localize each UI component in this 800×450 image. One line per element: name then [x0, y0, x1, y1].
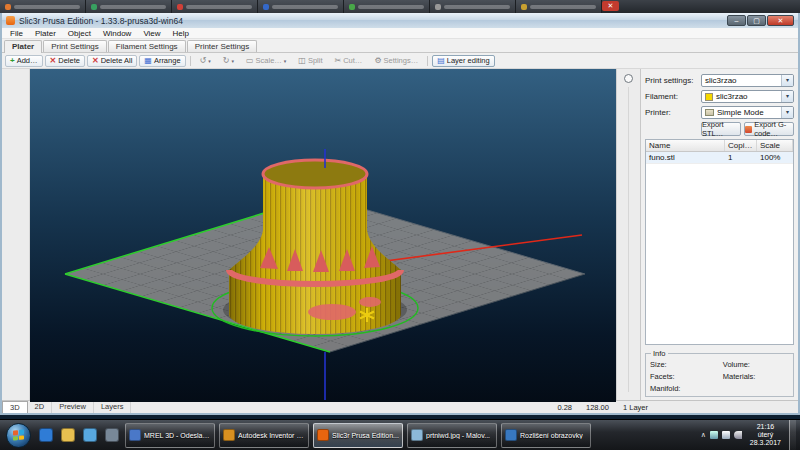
rotate-ccw-button[interactable]: ↺ ▾ [195, 55, 216, 67]
menu-help[interactable]: Help [167, 29, 195, 38]
layer-status: 0.28 128.00 1 Layer [557, 403, 798, 412]
settings-label: Settings… [384, 56, 419, 65]
layer-slider-knob[interactable] [624, 74, 633, 83]
dropdown-icon: ▾ [284, 58, 287, 64]
view-tab-2d[interactable]: 2D [28, 401, 53, 413]
filament-label: Filament: [645, 92, 701, 101]
taskbar-button-paint[interactable]: prtniwd.jpg - Malov... [407, 423, 497, 448]
background-tab[interactable] [258, 0, 344, 13]
export-gcode-button[interactable]: Export G-code… [744, 122, 794, 136]
volume-icon[interactable] [734, 431, 742, 439]
clock-time: 21:16 [750, 423, 781, 431]
tab-filament-settings[interactable]: Filament Settings [108, 40, 186, 52]
settings-button[interactable]: ⚙ Settings… [369, 55, 423, 67]
chevron-down-icon: ▾ [781, 75, 793, 86]
view-tab-layers[interactable]: Layers [94, 401, 132, 413]
export-stl-button[interactable]: Export STL… [701, 122, 741, 136]
taskbar-button-slic3r[interactable]: Slic3r Prusa Edition... [313, 423, 403, 448]
settings-gear-icon: ⚙ [374, 57, 381, 65]
quicklaunch-internet-explorer-icon[interactable] [36, 423, 56, 447]
tab-title-placeholder [444, 5, 510, 9]
info-title: Info [651, 349, 668, 358]
print-settings-combo[interactable]: slic3rzao ▾ [701, 74, 794, 87]
taskbar-button-label: Slic3r Prusa Edition... [332, 432, 399, 439]
background-tab[interactable] [430, 0, 516, 13]
layer-slider-track[interactable] [628, 87, 629, 392]
background-tab[interactable] [0, 0, 86, 13]
scale-button[interactable]: ▭ Scale… ▾ [241, 55, 291, 67]
background-tab[interactable] [172, 0, 258, 13]
show-desktop-button[interactable] [789, 420, 796, 450]
taskbar-button-label: Rozlišení obrazovky [520, 432, 583, 439]
printer-combo[interactable]: Simple Mode ▾ [701, 106, 794, 119]
background-tab[interactable] [86, 0, 172, 13]
table-header: Name Copi… Scale [646, 140, 793, 152]
delete-all-label: Delete All [101, 56, 133, 65]
tab-printer-settings[interactable]: Printer Settings [187, 40, 258, 52]
table-row[interactable]: funo.stl 1 100% [646, 152, 793, 164]
object-name-cell: funo.stl [646, 152, 725, 163]
close-button[interactable]: ✕ [767, 15, 794, 26]
network-icon[interactable] [722, 431, 730, 439]
menu-window[interactable]: Window [97, 29, 137, 38]
split-button[interactable]: ◫ Split [293, 55, 327, 67]
column-copies[interactable]: Copi… [725, 140, 757, 151]
taskbar-clock[interactable]: 21:16 úterý 28.3.2017 [746, 423, 785, 447]
tab-print-settings[interactable]: Print Settings [43, 40, 107, 52]
title-bar[interactable]: Slic3r Prusa Edition - 1.33.8-prusa3d-wi… [2, 13, 798, 28]
action-center-icon[interactable] [710, 431, 718, 439]
layer-editing-button[interactable]: ▤ Layer editing [432, 55, 495, 67]
hidden-icons-chevron-icon[interactable]: ∧ [701, 431, 706, 439]
tab-plater[interactable]: Plater [4, 40, 42, 53]
view-tab-3d[interactable]: 3D [2, 401, 28, 413]
delete-all-button[interactable]: ✕ Delete All [87, 55, 137, 67]
taskbar-button-inventor[interactable]: Autodesk Inventor Pr... [219, 423, 309, 448]
add-button[interactable]: + Add… [5, 55, 43, 67]
quicklaunch-app-icon[interactable] [102, 423, 122, 447]
arrange-label: Arrange [154, 56, 181, 65]
filament-combo[interactable]: slic3rzao ▾ [701, 90, 794, 103]
3d-viewport[interactable] [30, 69, 616, 400]
background-tab[interactable] [344, 0, 430, 13]
tab-favicon-icon [263, 4, 269, 10]
delete-button[interactable]: ✕ Delete [45, 55, 85, 67]
taskbar-button-mrel[interactable]: MREL 3D - Odeslat o... [125, 423, 215, 448]
cut-button[interactable]: ✂ Cut… [330, 55, 368, 67]
paint-icon [411, 429, 423, 441]
info-size-label: Size: [650, 360, 723, 369]
menu-object[interactable]: Object [62, 29, 97, 38]
windows-flag-icon [13, 429, 24, 440]
app-icon [105, 428, 119, 442]
menu-view[interactable]: View [137, 29, 166, 38]
maximize-button[interactable]: ▢ [747, 15, 766, 26]
layer-min-value: 0.28 [557, 403, 572, 412]
layer-editing-icon: ▤ [437, 57, 445, 65]
split-label: Split [308, 56, 323, 65]
windows-taskbar: MREL 3D - Odeslat o... Autodesk Inventor… [0, 419, 800, 450]
object-list-table[interactable]: Name Copi… Scale funo.stl 1 100% [645, 139, 794, 345]
column-scale[interactable]: Scale [757, 140, 793, 151]
background-tab[interactable] [516, 0, 602, 13]
menu-file[interactable]: File [4, 29, 29, 38]
taskbar-button-label: prtniwd.jpg - Malov... [426, 432, 490, 439]
column-name[interactable]: Name [646, 140, 725, 151]
rotate-cw-button[interactable]: ↻ ▾ [218, 55, 239, 67]
printer-label: Printer: [645, 108, 701, 117]
object-copies-cell: 1 [725, 152, 757, 163]
gcode-icon [745, 126, 752, 133]
tab-favicon-icon [177, 4, 183, 10]
start-button[interactable] [6, 423, 31, 448]
quicklaunch-media-player-icon[interactable] [80, 423, 100, 447]
minimize-button[interactable]: – [727, 15, 746, 26]
arrange-button[interactable]: ▦ Arrange [139, 55, 185, 67]
menu-plater[interactable]: Plater [29, 29, 62, 38]
window-title: Slic3r Prusa Edition - 1.33.8-prusa3d-wi… [19, 16, 183, 26]
view-tab-preview[interactable]: Preview [52, 401, 94, 413]
taskbar-button-display-settings[interactable]: Rozlišení obrazovky [501, 423, 591, 448]
tab-title-placeholder [358, 5, 424, 9]
delete-label: Delete [58, 56, 80, 65]
quicklaunch-explorer-folder-icon[interactable] [58, 423, 78, 447]
background-window-close-icon[interactable]: ✕ [602, 1, 619, 11]
taskbar-button-label: Autodesk Inventor Pr... [238, 432, 305, 439]
info-materials-label: Materials: [723, 372, 789, 381]
